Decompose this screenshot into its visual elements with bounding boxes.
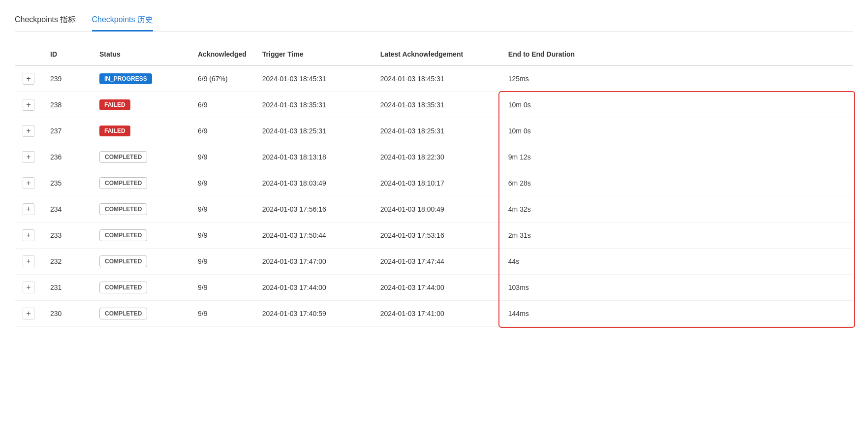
cell-trigger-time: 2024-01-03 18:03:49: [254, 170, 372, 196]
cell-duration: 125ms: [500, 65, 853, 92]
cell-status: FAILED: [92, 92, 190, 118]
expand-button[interactable]: +: [23, 151, 34, 163]
table-row: +235COMPLETED9/92024-01-03 18:03:492024-…: [15, 170, 853, 196]
cell-latest-ack: 2024-01-03 18:10:17: [372, 170, 500, 196]
status-badge: FAILED: [99, 126, 130, 136]
status-badge: IN_PROGRESS: [99, 73, 152, 84]
cell-id: 237: [42, 118, 92, 144]
cell-acknowledged: 9/9: [190, 301, 254, 327]
table-row: +234COMPLETED9/92024-01-03 17:56:162024-…: [15, 196, 853, 222]
cell-acknowledged: 6/9: [190, 92, 254, 118]
cell-latest-ack: 2024-01-03 17:47:44: [372, 249, 500, 275]
expand-button[interactable]: +: [23, 282, 34, 293]
table-row: +230COMPLETED9/92024-01-03 17:40:592024-…: [15, 301, 853, 327]
expand-button[interactable]: +: [23, 203, 34, 215]
cell-id: 239: [42, 65, 92, 92]
col-header-latest-ack: Latest Acknowledgement: [372, 43, 500, 65]
cell-latest-ack: 2024-01-03 18:45:31: [372, 65, 500, 92]
expand-button[interactable]: +: [23, 308, 34, 319]
cell-acknowledged: 9/9: [190, 249, 254, 275]
status-badge: COMPLETED: [99, 255, 147, 267]
cell-trigger-time: 2024-01-03 18:35:31: [254, 92, 372, 118]
table-row: +231COMPLETED9/92024-01-03 17:44:002024-…: [15, 275, 853, 301]
table-row: +237FAILED6/92024-01-03 18:25:312024-01-…: [15, 118, 853, 144]
cell-duration: 4m 32s: [500, 196, 853, 222]
cell-acknowledged: 9/9: [190, 144, 254, 170]
cell-id: 231: [42, 275, 92, 301]
cell-trigger-time: 2024-01-03 17:40:59: [254, 301, 372, 327]
col-header-id: ID: [42, 43, 92, 65]
status-badge: COMPLETED: [99, 203, 147, 215]
cell-trigger-time: 2024-01-03 17:47:00: [254, 249, 372, 275]
cell-status: COMPLETED: [92, 222, 190, 249]
table-row: +236COMPLETED9/92024-01-03 18:13:182024-…: [15, 144, 853, 170]
cell-duration: 6m 28s: [500, 170, 853, 196]
cell-status: COMPLETED: [92, 301, 190, 327]
cell-id: 236: [42, 144, 92, 170]
cell-id: 230: [42, 301, 92, 327]
checkpoints-table: ID Status Acknowledged Trigger Time Late…: [15, 43, 853, 327]
cell-latest-ack: 2024-01-03 18:00:49: [372, 196, 500, 222]
cell-latest-ack: 2024-01-03 18:25:31: [372, 118, 500, 144]
table-row: +233COMPLETED9/92024-01-03 17:50:442024-…: [15, 222, 853, 249]
cell-status: COMPLETED: [92, 196, 190, 222]
col-header-status: Status: [92, 43, 190, 65]
cell-latest-ack: 2024-01-03 17:41:00: [372, 301, 500, 327]
cell-trigger-time: 2024-01-03 17:50:44: [254, 222, 372, 249]
status-badge: COMPLETED: [99, 229, 147, 241]
status-badge: COMPLETED: [99, 151, 147, 163]
cell-duration: 10m 0s: [500, 92, 853, 118]
cell-status: COMPLETED: [92, 144, 190, 170]
cell-id: 238: [42, 92, 92, 118]
cell-duration: 10m 0s: [500, 118, 853, 144]
cell-status: COMPLETED: [92, 275, 190, 301]
tab-bar: Checkpoints 指标 Checkpoints 历史: [15, 10, 853, 32]
cell-trigger-time: 2024-01-03 18:25:31: [254, 118, 372, 144]
cell-id: 232: [42, 249, 92, 275]
cell-acknowledged: 6/9 (67%): [190, 65, 254, 92]
table-header-row: ID Status Acknowledged Trigger Time Late…: [15, 43, 853, 65]
expand-button[interactable]: +: [23, 229, 34, 241]
cell-latest-ack: 2024-01-03 18:35:31: [372, 92, 500, 118]
expand-button[interactable]: +: [23, 99, 34, 111]
expand-button[interactable]: +: [23, 73, 34, 85]
cell-status: COMPLETED: [92, 170, 190, 196]
cell-latest-ack: 2024-01-03 17:53:16: [372, 222, 500, 249]
cell-status: COMPLETED: [92, 249, 190, 275]
cell-acknowledged: 9/9: [190, 222, 254, 249]
cell-latest-ack: 2024-01-03 18:22:30: [372, 144, 500, 170]
cell-duration: 9m 12s: [500, 144, 853, 170]
status-badge: COMPLETED: [99, 282, 147, 293]
cell-duration: 144ms: [500, 301, 853, 327]
cell-acknowledged: 9/9: [190, 196, 254, 222]
cell-trigger-time: 2024-01-03 18:13:18: [254, 144, 372, 170]
cell-acknowledged: 9/9: [190, 275, 254, 301]
tab-history[interactable]: Checkpoints 历史: [92, 10, 154, 32]
status-badge: FAILED: [99, 99, 130, 110]
cell-acknowledged: 6/9: [190, 118, 254, 144]
col-header-duration: End to End Duration: [500, 43, 853, 65]
cell-id: 233: [42, 222, 92, 249]
cell-trigger-time: 2024-01-03 17:44:00: [254, 275, 372, 301]
expand-button[interactable]: +: [23, 125, 34, 137]
cell-duration: 103ms: [500, 275, 853, 301]
expand-button[interactable]: +: [23, 255, 34, 267]
cell-status: FAILED: [92, 118, 190, 144]
cell-id: 234: [42, 196, 92, 222]
expand-button[interactable]: +: [23, 177, 34, 189]
status-badge: COMPLETED: [99, 308, 147, 319]
cell-acknowledged: 9/9: [190, 170, 254, 196]
cell-duration: 2m 31s: [500, 222, 853, 249]
table-wrapper: ID Status Acknowledged Trigger Time Late…: [15, 43, 853, 327]
table-row: +232COMPLETED9/92024-01-03 17:47:002024-…: [15, 249, 853, 275]
cell-trigger-time: 2024-01-03 18:45:31: [254, 65, 372, 92]
tab-metrics[interactable]: Checkpoints 指标: [15, 10, 76, 32]
col-header-expand: [15, 43, 42, 65]
table-row: +239IN_PROGRESS6/9 (67%)2024-01-03 18:45…: [15, 65, 853, 92]
col-header-acknowledged: Acknowledged: [190, 43, 254, 65]
status-badge: COMPLETED: [99, 177, 147, 189]
cell-id: 235: [42, 170, 92, 196]
col-header-trigger-time: Trigger Time: [254, 43, 372, 65]
cell-latest-ack: 2024-01-03 17:44:00: [372, 275, 500, 301]
cell-status: IN_PROGRESS: [92, 65, 190, 92]
